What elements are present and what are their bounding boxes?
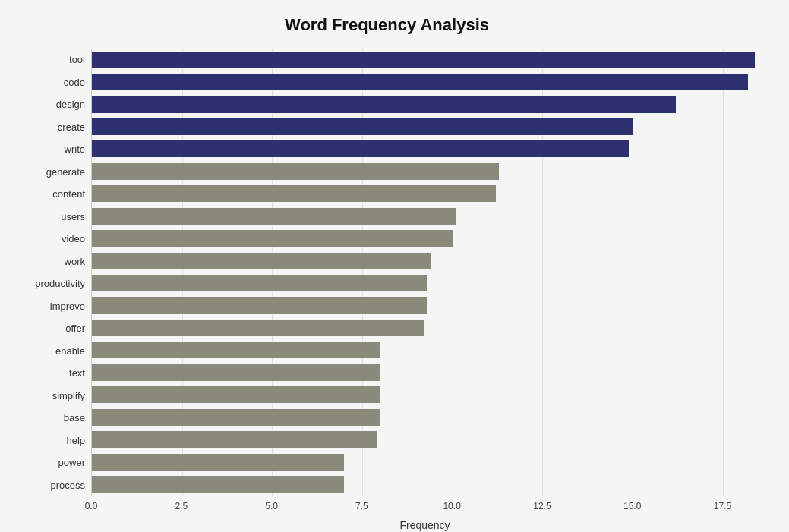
y-label: tool bbox=[69, 50, 85, 70]
grid-line bbox=[633, 49, 633, 496]
y-label: text bbox=[69, 364, 85, 383]
x-tick-label: 5.0 bbox=[265, 501, 278, 512]
y-label: users bbox=[61, 206, 85, 226]
y-label: offer bbox=[65, 319, 85, 338]
bar-process bbox=[92, 476, 344, 493]
bar-power bbox=[92, 454, 344, 471]
x-axis-label: Frequency bbox=[91, 519, 759, 531]
y-label: code bbox=[64, 72, 85, 92]
y-label: improve bbox=[50, 296, 85, 316]
bar-content bbox=[92, 185, 496, 202]
grid-line bbox=[182, 49, 183, 496]
bar-simplify bbox=[92, 386, 380, 403]
y-label: simplify bbox=[52, 386, 85, 405]
bar-row bbox=[92, 452, 759, 472]
grid-line bbox=[723, 49, 724, 496]
bar-improve bbox=[92, 297, 427, 314]
x-tick-label: 17.5 bbox=[714, 501, 731, 512]
bar-code bbox=[92, 74, 748, 90]
bar-row bbox=[92, 95, 759, 115]
bar-row bbox=[92, 385, 759, 405]
y-label: help bbox=[66, 430, 85, 450]
y-label: generate bbox=[46, 162, 85, 181]
bar-video bbox=[92, 230, 453, 247]
bar-users bbox=[92, 208, 456, 225]
bar-productivity bbox=[92, 275, 427, 291]
bar-row bbox=[92, 72, 759, 92]
y-label: create bbox=[58, 117, 85, 137]
y-label: write bbox=[65, 140, 85, 159]
bar-write bbox=[92, 140, 629, 157]
bar-row bbox=[92, 340, 759, 360]
bar-row bbox=[92, 251, 759, 271]
bar-row bbox=[92, 318, 759, 338]
plot-area bbox=[91, 49, 759, 496]
bar-row bbox=[92, 228, 759, 248]
x-tick-label: 0.0 bbox=[85, 501, 98, 512]
bar-row bbox=[92, 430, 759, 449]
bar-row bbox=[92, 363, 759, 382]
y-label: process bbox=[50, 475, 85, 495]
bar-create bbox=[92, 118, 633, 135]
bar-tool bbox=[92, 52, 755, 68]
bar-offer bbox=[92, 320, 424, 336]
chart-area: toolcodedesigncreatewritegeneratecontent… bbox=[15, 49, 759, 496]
y-label: work bbox=[65, 251, 85, 271]
x-tick-label: 2.5 bbox=[175, 501, 188, 512]
grid-line bbox=[453, 49, 453, 496]
bar-generate bbox=[92, 163, 499, 180]
y-label: productivity bbox=[35, 274, 85, 294]
bar-help bbox=[92, 431, 377, 448]
x-tick-label: 10.0 bbox=[443, 501, 460, 512]
x-axis: 0.02.55.07.510.012.515.017.5 bbox=[91, 501, 759, 516]
bar-row bbox=[92, 184, 759, 203]
y-label: enable bbox=[55, 341, 85, 360]
bar-design bbox=[92, 96, 676, 113]
bar-row bbox=[92, 296, 759, 316]
x-tick-label: 7.5 bbox=[355, 501, 368, 512]
bar-row bbox=[92, 139, 759, 159]
y-label: power bbox=[58, 453, 85, 473]
bar-row bbox=[92, 206, 759, 226]
bar-row bbox=[92, 408, 759, 427]
x-tick-label: 12.5 bbox=[533, 501, 551, 512]
bar-row bbox=[92, 117, 759, 137]
bar-row bbox=[92, 50, 759, 70]
chart-title: Word Frequency Analysis bbox=[15, 15, 759, 35]
y-label: design bbox=[56, 95, 85, 115]
y-label: content bbox=[52, 184, 85, 204]
bar-work bbox=[92, 253, 431, 269]
bar-row bbox=[92, 273, 759, 293]
chart-container: Word Frequency Analysis toolcodedesigncr… bbox=[0, 0, 789, 532]
grid-line bbox=[272, 49, 273, 496]
bar-base bbox=[92, 409, 380, 426]
bar-text bbox=[92, 364, 380, 381]
bar-row bbox=[92, 162, 759, 181]
bar-row bbox=[92, 474, 759, 494]
y-label: base bbox=[64, 408, 85, 428]
bar-enable bbox=[92, 342, 380, 358]
grid-line bbox=[542, 49, 543, 496]
x-tick-label: 15.0 bbox=[623, 501, 641, 512]
grid-line bbox=[362, 49, 363, 496]
y-labels: toolcodedesigncreatewritegeneratecontent… bbox=[15, 49, 91, 496]
y-label: video bbox=[62, 229, 85, 249]
